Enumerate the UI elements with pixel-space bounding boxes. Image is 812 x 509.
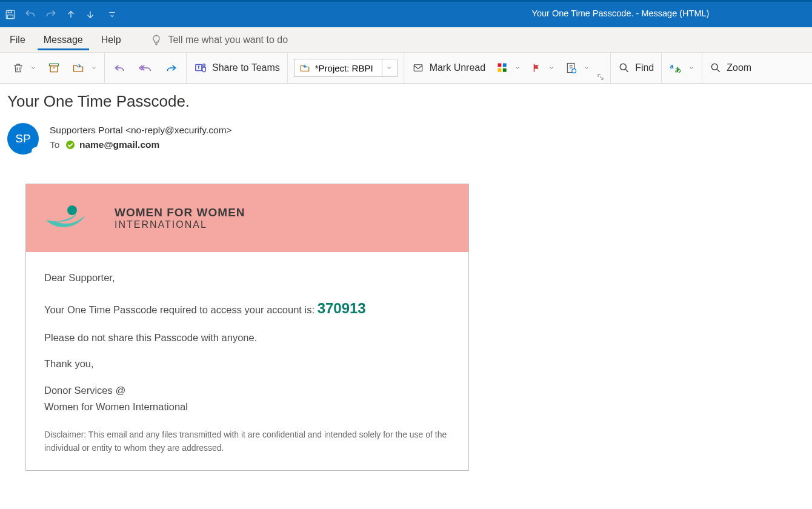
greeting-text: Dear Supporter,	[44, 270, 450, 286]
group-zoom: Zoom	[702, 53, 759, 83]
signature-line1: Donor Services @	[44, 383, 450, 399]
no-share-text: Please do not share this Passcode with a…	[44, 330, 450, 346]
message-subject: Your One Time Passcode.	[7, 92, 805, 111]
svg-rect-9	[503, 64, 507, 67]
chevron-down-icon	[548, 65, 554, 71]
group-respond	[105, 53, 187, 83]
envelope-icon	[411, 62, 425, 73]
tell-me-search[interactable]: Tell me what you want to do	[150, 34, 288, 46]
forward-icon	[164, 62, 179, 74]
window-title: Your One Time Passcode. - Message (HTML)	[532, 8, 710, 18]
previous-item-icon[interactable]	[65, 8, 76, 21]
archive-icon	[47, 62, 61, 74]
reply-all-icon	[138, 62, 153, 74]
email-banner: WOMEN FOR WOMEN INTERNATIONAL	[26, 184, 468, 252]
policy-button[interactable]	[564, 59, 591, 76]
group-delete	[5, 53, 105, 83]
trash-icon	[12, 61, 24, 75]
share-to-teams-label: Share to Teams	[212, 62, 280, 73]
thanks-text: Thank you,	[44, 356, 450, 372]
chevron-down-icon	[688, 65, 694, 71]
find-button[interactable]: Find	[617, 59, 655, 76]
svg-text:a: a	[670, 63, 674, 70]
otp-intro-text: Your One Time Passcode required to acces…	[44, 304, 318, 315]
email-content-box: WOMEN FOR WOMEN INTERNATIONAL Dear Suppo…	[25, 184, 469, 471]
zoom-label: Zoom	[727, 62, 751, 73]
quick-step-project[interactable]: *Project: RBPI	[294, 59, 398, 77]
to-label: To	[50, 139, 59, 150]
reply-icon	[112, 62, 127, 74]
svg-point-18	[67, 205, 77, 215]
disclaimer-text: Disclaimer: This email and any files tra…	[44, 428, 450, 454]
mark-unread-button[interactable]: Mark Unread	[410, 60, 487, 76]
group-editing: Find	[611, 53, 662, 83]
policy-icon	[565, 62, 577, 74]
tab-file[interactable]: File	[4, 30, 32, 50]
svg-rect-7	[414, 65, 422, 72]
archive-button[interactable]	[46, 59, 62, 76]
presence-indicator	[32, 147, 40, 156]
svg-rect-4	[50, 66, 58, 72]
group-teams: Share to Teams	[187, 53, 288, 83]
svg-rect-10	[498, 68, 502, 72]
message-header: Your One Time Passcode. SP Supporters Po…	[0, 84, 812, 471]
group-quicksteps: *Project: RBPI	[288, 53, 404, 83]
flag-icon	[531, 62, 542, 74]
chevron-down-icon	[584, 65, 590, 71]
quick-step-dropdown[interactable]	[382, 59, 392, 76]
tab-message[interactable]: Message	[38, 30, 89, 50]
logo-line1: WOMEN FOR WOMEN	[115, 206, 245, 219]
zoom-button[interactable]: Zoom	[708, 59, 753, 76]
redo-icon[interactable]	[45, 8, 57, 21]
tell-me-label: Tell me what you want to do	[168, 35, 288, 45]
folder-download-icon	[299, 62, 310, 73]
tab-help[interactable]: Help	[95, 30, 127, 50]
tags-dialog-launcher[interactable]	[597, 73, 604, 81]
reply-button[interactable]	[111, 59, 128, 76]
svg-point-17	[712, 64, 718, 70]
next-item-icon[interactable]	[85, 8, 96, 21]
sender-info: Supporters Portal <no-reply@xecurify.com…	[50, 123, 232, 155]
categorize-icon	[496, 62, 508, 74]
search-icon	[618, 62, 630, 74]
folder-move-icon	[72, 62, 85, 74]
undo-icon[interactable]	[24, 8, 36, 21]
group-tags: Mark Unread	[404, 53, 611, 83]
sender-row: SP Supporters Portal <no-reply@xecurify.…	[7, 123, 805, 155]
svg-rect-2	[8, 15, 13, 19]
quick-access-toolbar	[5, 8, 116, 21]
follow-up-button[interactable]	[530, 59, 556, 76]
chevron-down-icon	[30, 65, 36, 71]
otp-code: 370913	[318, 300, 366, 316]
svg-point-13	[572, 69, 576, 73]
signature-line2: Women for Women International	[44, 399, 450, 415]
svg-rect-11	[503, 68, 507, 72]
avatar-initials: SP	[15, 132, 30, 145]
ribbon: Share to Teams *Project: RBPI Mark Unrea…	[0, 53, 812, 84]
ribbon-tabs: File Message Help Tell me what you want …	[0, 27, 812, 53]
find-label: Find	[635, 62, 654, 73]
quick-step-label: *Project: RBPI	[315, 63, 373, 73]
wfwi-logo-icon	[43, 203, 104, 233]
title-bar: Your One Time Passcode. - Message (HTML)	[0, 0, 812, 27]
svg-point-6	[203, 64, 205, 67]
svg-rect-1	[8, 10, 12, 13]
share-to-teams-button[interactable]: Share to Teams	[193, 59, 281, 77]
save-icon[interactable]	[5, 9, 16, 20]
lightbulb-icon	[150, 34, 162, 46]
forward-button[interactable]	[163, 59, 180, 76]
categorize-button[interactable]	[495, 59, 522, 76]
reply-all-button[interactable]	[136, 59, 155, 76]
chevron-down-icon	[386, 65, 392, 71]
move-button[interactable]	[70, 59, 98, 76]
chevron-down-icon	[514, 65, 521, 71]
translate-icon: aあ	[669, 61, 682, 75]
verified-icon	[66, 141, 75, 149]
sender-name-address: Supporters Portal <no-reply@xecurify.com…	[50, 123, 232, 138]
translate-button[interactable]: aあ	[668, 59, 696, 77]
customize-qat-icon[interactable]	[108, 10, 116, 19]
delete-button[interactable]	[11, 59, 38, 77]
logo-line2: INTERNATIONAL	[115, 219, 245, 230]
chevron-down-icon	[91, 65, 97, 71]
sender-avatar[interactable]: SP	[7, 123, 39, 155]
